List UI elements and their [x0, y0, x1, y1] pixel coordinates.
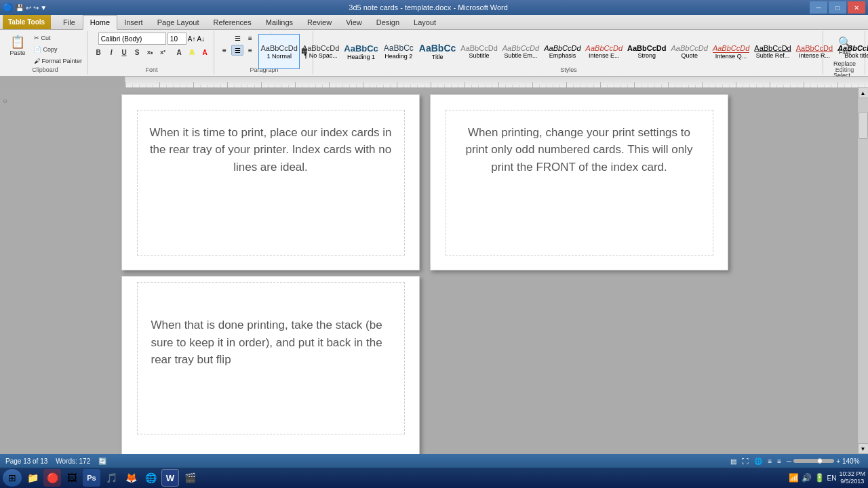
tray-lang-icon: EN — [827, 474, 837, 482]
tab-design[interactable]: Design — [370, 15, 407, 29]
font-group: Calibri (Body) 10 A↑ A↓ B I U S X₂ X² — [90, 31, 214, 75]
tab-home[interactable]: Home — [83, 15, 117, 30]
editing-label: Editing — [835, 66, 854, 73]
styles-label: Styles — [560, 66, 577, 73]
italic-button[interactable]: I — [105, 47, 117, 58]
subscript-button[interactable]: X₂ — [144, 47, 156, 58]
copy-button[interactable]: 📄 Copy — [31, 44, 85, 55]
style-intense-q[interactable]: AaBbCcDd Intense Q... — [711, 34, 751, 69]
style-heading2[interactable]: AaBbCc Heading 2 — [381, 34, 416, 69]
taskbar-firefox[interactable]: 🦊 — [122, 469, 140, 487]
card-1-inner: When it is time to print, place our inde… — [137, 110, 405, 256]
clipboard-group: 📋 Paste ✂ Cut 📄 Copy 🖌 Format Painter Cl… — [3, 31, 88, 75]
scroll-up-button[interactable]: ▲ — [858, 87, 869, 98]
style-strong[interactable]: AaBbCcDd Strong — [625, 34, 668, 69]
track-changes-icon: 🔄 — [98, 458, 106, 465]
ruler-margin-left — [0, 77, 125, 87]
zoom-level[interactable]: 140% — [842, 458, 863, 465]
zoom-slider[interactable] — [793, 459, 834, 463]
font-label: Font — [146, 66, 158, 73]
tab-page-layout[interactable]: Page Layout — [151, 15, 207, 29]
align-center-button[interactable]: ☰ — [231, 45, 243, 56]
bullets-button[interactable]: ☰ — [231, 33, 243, 43]
view-fullscreen-icon[interactable]: ⛶ — [742, 458, 749, 465]
clock[interactable]: 10:32 PM 9/5/2013 — [839, 470, 865, 485]
zoom-in-button[interactable]: + — [836, 458, 840, 465]
view-outline-icon[interactable]: ≡ — [768, 458, 772, 465]
taskbar-media[interactable]: 🎵 — [102, 469, 120, 487]
style-subtle-ref[interactable]: AaBbCcDd Subtle Ref... — [752, 34, 793, 69]
taskbar-alt-icon[interactable]: 🔴 — [43, 469, 61, 487]
page-info: Page 13 of 13 — [5, 458, 47, 465]
zoom-out-button[interactable]: ─ — [787, 458, 791, 465]
font-color-button[interactable]: A — [199, 47, 211, 58]
minimize-button[interactable]: ─ — [810, 1, 827, 14]
tab-table-tools-label: Table Tools — [3, 15, 51, 29]
ruler-marks — [125, 77, 868, 87]
tab-insert[interactable]: Insert — [117, 15, 151, 29]
card-2-outer: When printing, change your print setting… — [430, 94, 728, 270]
style-title[interactable]: AaBbCc Title — [417, 34, 458, 69]
taskbar-lightroom[interactable]: 🖼 — [63, 469, 81, 487]
style-quote[interactable]: AaBbCcDd Quote — [669, 34, 709, 69]
tab-references[interactable]: References — [206, 15, 258, 29]
card-3-inner: When that is done printing, take the sta… — [137, 282, 405, 434]
scroll-down-button[interactable]: ▼ — [858, 443, 869, 454]
tab-file[interactable]: File — [56, 15, 83, 29]
font-shrink-button[interactable]: A↓ — [197, 35, 205, 43]
font-size-input[interactable]: 10 — [167, 33, 186, 45]
title-bar-left: 🔵 💾 ↩ ↪ ▼ — [3, 3, 47, 12]
tab-mailings[interactable]: Mailings — [259, 15, 300, 29]
align-right-button[interactable]: ≡ — [244, 45, 256, 56]
format-painter-button[interactable]: 🖌 Format Painter — [31, 56, 85, 66]
maximize-button[interactable]: □ — [829, 1, 846, 14]
card-2-text[interactable]: When printing, change your print setting… — [456, 124, 703, 176]
tab-view[interactable]: View — [339, 15, 370, 29]
strikethrough-button[interactable]: S — [131, 47, 143, 58]
zoom-bar: ─ + 140% — [787, 458, 863, 465]
view-web-icon[interactable]: 🌐 — [754, 458, 762, 465]
find-button[interactable]: 🔍 Find — [831, 33, 859, 58]
ribbon: Table Tools File Home Insert Page Layout… — [0, 15, 868, 77]
svg-rect-3 — [125, 77, 868, 87]
style-subtle-em[interactable]: AaBbCcDd Subtle Em... — [500, 34, 541, 69]
paste-button[interactable]: 📋 Paste — [5, 33, 30, 58]
document-area[interactable]: When it is time to print, place our inde… — [9, 87, 857, 454]
taskbar-word[interactable]: W — [161, 469, 179, 487]
tray-sound-icon: 🔊 — [802, 473, 812, 483]
underline-button[interactable]: U — [118, 47, 130, 58]
start-button[interactable]: ⊞ — [3, 469, 22, 487]
close-button[interactable]: ✕ — [848, 1, 865, 14]
cut-button[interactable]: ✂ Cut — [31, 33, 85, 43]
bold-button[interactable]: B — [92, 47, 104, 58]
scroll-track[interactable] — [858, 98, 869, 443]
view-draft-icon[interactable]: ≡ — [777, 458, 781, 465]
style-no-spacing[interactable]: AaBbCcDd ¶ No Spac... — [300, 34, 341, 69]
taskbar-explorer[interactable]: 📁 — [24, 469, 41, 487]
card-3-text[interactable]: When that is done printing, take the sta… — [151, 317, 391, 369]
style-normal[interactable]: AaBbCcDd 1 Normal — [258, 34, 299, 69]
style-subtitle[interactable]: AaBbCcDd Subtitle — [458, 34, 499, 69]
card-1-text[interactable]: When it is time to print, place our inde… — [148, 124, 394, 176]
text-highlight-button[interactable]: A — [186, 47, 198, 58]
font-grow-button[interactable]: A↑ — [188, 35, 196, 43]
view-print-icon[interactable]: ▤ — [730, 458, 736, 465]
align-left-button[interactable]: ≡ — [218, 45, 231, 56]
style-intense-em[interactable]: AaBbCcDd Intense E... — [584, 34, 625, 69]
taskbar-photoshop[interactable]: Ps — [83, 469, 100, 487]
tab-layout[interactable]: Layout — [407, 15, 443, 29]
clipboard-label: Clipboard — [32, 66, 58, 73]
tab-review[interactable]: Review — [300, 15, 339, 29]
ruler — [0, 77, 868, 87]
font-name-input[interactable]: Calibri (Body) — [98, 33, 166, 45]
scrollbar-vertical[interactable]: ▲ ▼ — [857, 87, 868, 454]
superscript-button[interactable]: X² — [157, 47, 169, 58]
clear-format-button[interactable]: A — [173, 47, 185, 58]
style-emphasis[interactable]: AaBbCcDd Emphasis — [542, 34, 583, 69]
style-heading1[interactable]: AaBbCc Heading 1 — [342, 34, 380, 69]
taskbar-vlc[interactable]: 🎬 — [181, 469, 199, 487]
numbering-button[interactable]: ≡ — [244, 33, 256, 43]
left-margin: ⊙ — [0, 87, 9, 454]
taskbar-chrome[interactable]: 🌐 — [142, 469, 159, 487]
scroll-thumb[interactable] — [859, 112, 868, 139]
